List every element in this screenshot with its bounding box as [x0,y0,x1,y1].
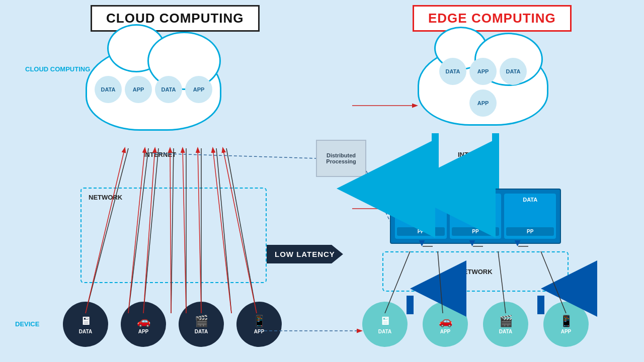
cloud-right-shape: DATA APP DATA APP [418,45,548,126]
device-light-label-3: DATA [499,329,512,334]
device-light-3: 🎬 DATA [483,302,528,347]
network-box-right: NETWORK [382,251,569,292]
distributed-processing-label: DistributedProcessing [326,152,356,164]
server-card-1-bottom: PP [397,227,445,236]
internet-label-right: INTERNET [458,151,491,158]
device-light-icon-3: 🎬 [499,315,513,328]
cloud-title: CLOUD COMPUTING [91,5,260,32]
device-light-icon-4: 📱 [559,315,573,328]
network-label-right: NETWORK [458,268,492,276]
device-dark-2: 🚗 APP [121,302,166,347]
device-label-1: DATA [79,329,92,334]
device-light-2: 🚗 APP [423,302,468,347]
server-card-1: APP PP [395,194,447,239]
device-label: DEVICE [15,320,39,328]
cloud-section-label: CLOUD COMPUTING [25,65,90,73]
distributed-processing-box: DistributedProcessing [316,140,366,177]
low-latency-arrow: LOW LATENCY [267,245,343,263]
server-card-1-top: APP [415,197,427,203]
edge-cloud-badge-app2: APP [469,89,497,117]
edge-server-box: APP PP APPDATA PP DATA PP [390,189,561,244]
device-icon-4: 📱 [253,315,266,328]
server-card-2: APPDATA PP [450,194,502,239]
cloud-badge-app1: APP [125,76,152,103]
device-light-label-1: DATA [378,329,391,334]
edge-cloud-badge-data1: DATA [439,58,466,85]
latency-label: LOW LATENCY [275,250,335,258]
server-card-3-top: DATA [523,197,537,203]
device-icon-1: 🖥 [80,315,91,328]
edge-cloud-badge-data2: DATA [500,58,527,85]
device-icon-2: 🚗 [137,315,150,328]
cloud-badge-data2: DATA [155,76,182,103]
device-light-icon-1: 🖥 [379,315,390,328]
device-label-4: APP [254,329,265,334]
network-box-left: NETWORK [80,188,267,283]
device-light-label-2: APP [440,329,451,334]
internet-label-left: INTERNET [143,151,176,158]
cloud-badge-data1: DATA [95,76,122,103]
device-icon-3: 🎬 [195,315,208,328]
device-dark-1: 🖥 DATA [63,302,108,347]
edge-cloud-badge-app1: APP [469,58,497,85]
device-label-3: DATA [195,329,208,334]
edge-title: EDGE COMPUTING [413,5,572,32]
network-label-left: NETWORK [89,194,122,201]
device-light-icon-2: 🚗 [439,315,452,328]
server-card-2-top: APPDATA [468,197,483,210]
device-light-label-4: APP [561,329,572,334]
server-card-3: DATA PP [504,194,556,239]
server-card-3-bottom: PP [506,227,554,236]
device-light-4: 📱 APP [543,302,589,347]
cloud-left-shape: DATA APP DATA APP [86,45,221,131]
device-label-2: APP [138,329,149,334]
device-dark-4: 📱 APP [236,302,282,347]
device-light-1: 🖥 DATA [362,302,408,347]
server-card-2-bottom: PP [452,227,500,236]
cloud-badge-app2: APP [185,76,212,103]
device-dark-3: 🎬 DATA [179,302,224,347]
